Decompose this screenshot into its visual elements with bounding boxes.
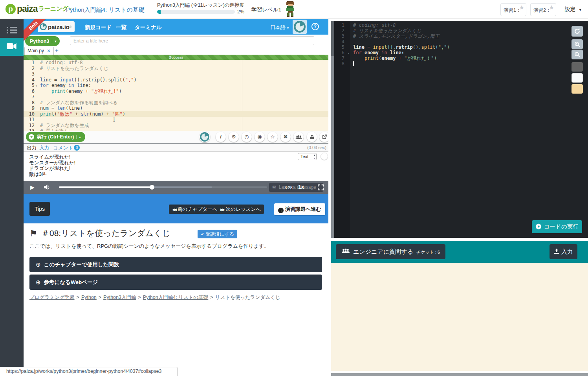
tab-input[interactable]: 入力: [39, 145, 49, 151]
chevron-down-icon: ▾: [52, 39, 57, 43]
nav-list[interactable]: 一覧: [116, 24, 126, 31]
code-line: 12# ランダムな数を生成: [24, 123, 328, 129]
progress-percent: 2%: [237, 9, 244, 15]
accordion-functions-label: このチャプターで使用した関数: [44, 262, 119, 267]
fullscreen-icon[interactable]: [318, 184, 324, 192]
nav-new-code[interactable]: 新規コード: [85, 24, 112, 31]
tips-button[interactable]: Tips: [29, 202, 50, 216]
envelope-icon: ✉: [272, 184, 276, 190]
clock-icon[interactable]: ◷: [242, 132, 252, 142]
sidebar-item-video[interactable]: [0, 38, 24, 56]
zoom-in-icon[interactable]: [572, 39, 583, 49]
editor-scrollbar-thumb[interactable]: [331, 21, 334, 56]
left-sidebar: [0, 19, 24, 376]
code-line: 6 print(enemy + "が現れた!"): [24, 88, 328, 94]
run-code-button[interactable]: コードの実行: [532, 220, 582, 233]
theme-swatch-light[interactable]: [572, 73, 583, 83]
tab-comment[interactable]: コメント: [53, 145, 73, 151]
settings-menu[interactable]: 設定 ▼: [565, 6, 582, 13]
lesson-description: ここでは、リストを使って、RPGの戦闘シーンのようなメッセージを表示するプログラ…: [29, 243, 269, 250]
forward-icon: ▶▶: [220, 208, 224, 212]
tab-output[interactable]: 出力: [27, 145, 37, 151]
exercise2-badge[interactable]: 演習2： ★: [530, 3, 556, 16]
next-lesson-button[interactable]: ▶▶次のレッスンへ: [217, 205, 264, 214]
exercise2-label: 演習2：: [533, 7, 551, 14]
star-icon[interactable]: ☆: [267, 132, 278, 142]
volume-icon[interactable]: [44, 184, 51, 192]
comment-count-badge: 0: [74, 145, 80, 151]
next-lesson-label: 次のレッスンへ: [226, 206, 261, 212]
zoom-out-icon[interactable]: [572, 50, 583, 59]
users-icon[interactable]: [293, 132, 304, 142]
collapse-circle-button[interactable]: [321, 153, 328, 160]
help-icon[interactable]: ?: [311, 23, 319, 30]
lock-icon[interactable]: [307, 132, 317, 142]
nav-terminal[interactable]: ターミナル: [135, 24, 162, 31]
github-icon[interactable]: ◉: [255, 132, 265, 142]
paizaio-round-logo[interactable]: [293, 20, 307, 34]
video-code-editor[interactable]: 1# coding: utf-82# リストを使ったランダムくじ34line =…: [24, 60, 328, 131]
gear-icon[interactable]: ⚙: [229, 132, 239, 142]
code-line: 3: [24, 71, 328, 77]
add-tab-icon[interactable]: +: [55, 47, 59, 54]
code-line: 4line = input().rstrip().split(","): [24, 77, 328, 83]
breadcrumb-link[interactable]: プログラミング学習: [29, 295, 75, 300]
prev-chapter-button[interactable]: ◀◀前のチャプターへ: [169, 205, 221, 214]
lesson-content: ⚑ ＃08:リストを使ったランダムくじ ✔受講済にする ここでは、リストを使って…: [24, 223, 328, 367]
arrow-circle-icon: →: [278, 208, 284, 213]
language-dropdown[interactable]: Python3 ▾: [25, 36, 60, 46]
paiza-logo[interactable]: p paiza ラーニング ™: [5, 4, 71, 14]
go-to-exercise-button[interactable]: →演習課題へ進む: [274, 203, 325, 215]
tab-mainpy[interactable]: Main.py ✕: [24, 47, 54, 55]
level-label: 学習レベル1: [251, 6, 281, 13]
theme-swatch-cream[interactable]: [572, 84, 583, 94]
code-line: 13# 選んだ数に: [24, 128, 328, 131]
lesson-video-player[interactable]: Beta paiza.io ® 新規コード 一覧 ターミナル 日本語 ▾ ? P…: [24, 19, 328, 194]
user-code-lines[interactable]: 1# coding: utf-82# リストを使ったランダムくじ3# スライム,…: [334, 22, 588, 66]
paiza-io-icon[interactable]: [199, 131, 210, 142]
progress-label: Python3入門編 (全11レッスン)の進捗度: [157, 2, 244, 9]
run-options-caret[interactable]: ▴: [76, 135, 83, 139]
breadcrumb-link[interactable]: Python: [81, 295, 97, 300]
seek-handle[interactable]: [150, 185, 154, 190]
mark-complete-button[interactable]: ✔受講済にする: [198, 230, 237, 238]
registered-icon: ®: [70, 26, 71, 28]
language-select[interactable]: 日本語 ▾: [270, 24, 289, 31]
upload-input-button[interactable]: 入力: [550, 244, 577, 259]
play-icon[interactable]: ▶: [30, 184, 35, 190]
run-arrow-icon: [28, 134, 35, 140]
brand-name: paiza: [17, 4, 38, 14]
code-line: 4: [334, 39, 588, 44]
leave-message-widget[interactable]: ✉Leave a message: [269, 183, 323, 192]
lesson-list-icon[interactable]: [7, 27, 17, 34]
exercise1-badge[interactable]: 演習1： ★: [500, 3, 526, 16]
output-line: スライムが現れた!: [29, 154, 328, 160]
file-tabs: Main.py ✕ +: [24, 47, 328, 55]
playback-speed[interactable]: 1x: [298, 184, 304, 190]
seek-bar[interactable]: [59, 186, 267, 188]
info-icon[interactable]: i: [216, 132, 226, 142]
output-line: 敵は3匹: [29, 171, 328, 177]
share-icon[interactable]: [319, 132, 328, 142]
run-button[interactable]: 実行 (Ctrl-Enter) ▴: [26, 132, 85, 142]
theme-swatch-dark[interactable]: [572, 62, 583, 72]
horizontal-scrollbar[interactable]: [331, 373, 588, 376]
close-icon[interactable]: ✖: [280, 132, 291, 142]
text-cursor: I: [113, 117, 115, 123]
top-header: p paiza ラーニング ™ Python入門編4: リストの基礎 Pytho…: [0, 0, 588, 19]
refresh-icon[interactable]: [572, 26, 583, 37]
title-input[interactable]: [70, 36, 314, 45]
close-icon[interactable]: ✕: [47, 48, 50, 53]
code-line: 2# リストを使ったランダムくじ: [24, 66, 328, 72]
ask-engineer-button[interactable]: エンジニアに質問する チケット : 6: [336, 244, 445, 259]
format-select[interactable]: Text ▴▾: [298, 153, 317, 160]
accordion-functions[interactable]: ⊕このチャプターで使用した関数: [29, 257, 322, 272]
code-line: 6▾for enemy in line:: [334, 50, 588, 55]
rewind-icon: ◀◀: [172, 208, 176, 212]
video-controls[interactable]: ▶ ✉Leave a message -3:28 1x: [24, 181, 328, 194]
user-code-editor[interactable]: 1# coding: utf-82# リストを使ったランダムくじ3# スライム,…: [334, 21, 588, 238]
breadcrumb-link[interactable]: Python入門編4: リストの基礎: [143, 295, 209, 300]
accordion-web-references[interactable]: ⊕参考になるWebページ: [29, 275, 322, 290]
breadcrumb-link[interactable]: Python3入門編: [103, 295, 136, 300]
code-line: 7: [24, 94, 328, 100]
